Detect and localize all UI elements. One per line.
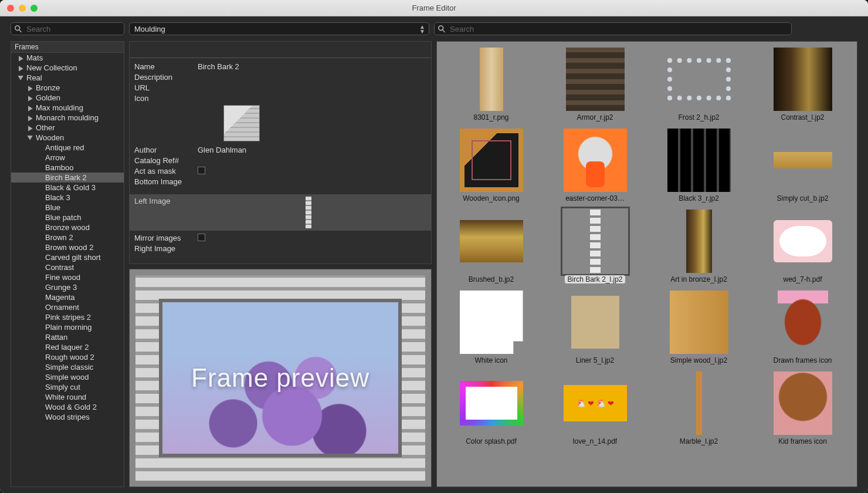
tree-item[interactable]: Brown wood 2 xyxy=(11,242,124,252)
tree-item-label: Bronze wood xyxy=(45,223,90,232)
thumbnail-label: Contrast_l.jp2 xyxy=(781,113,824,121)
tree-item[interactable]: Simple classic xyxy=(11,362,124,372)
tree-item[interactable]: White round xyxy=(11,392,124,402)
tree-item[interactable]: ▶Monarch moulding xyxy=(11,113,124,123)
gallery-item[interactable]: Contrast_l.jp2 xyxy=(752,45,853,124)
gallery-item[interactable]: Birch Bark 2_l.jp2 xyxy=(544,207,646,286)
gallery[interactable]: 8301_r.pngArmor_r.jp2Frost 2_h.jp2Contra… xyxy=(436,41,857,487)
tree-item-label: Ornament xyxy=(45,303,79,312)
tree-item[interactable]: ▶New Collection xyxy=(11,63,124,73)
tree-item[interactable]: Magenta xyxy=(11,292,124,302)
gallery-item[interactable]: wed_7-h.pdf xyxy=(752,207,853,286)
tree-item[interactable]: Antique red xyxy=(11,143,124,153)
prop-mirror-checkbox[interactable] xyxy=(198,234,205,241)
prop-mirror-label: Mirror images xyxy=(134,234,198,242)
prop-rightimage-label: Right Image xyxy=(134,244,198,253)
gallery-item[interactable]: Art in bronze_l.jp2 xyxy=(648,207,750,286)
search-frames-input[interactable] xyxy=(11,22,124,35)
tree-caret-icon[interactable]: ▶ xyxy=(28,104,33,112)
gallery-item[interactable]: 🐔 ❤ 🐔 ❤love_n_14.pdf xyxy=(544,369,646,448)
thumbnail-image xyxy=(771,48,835,111)
prop-icon-label: Icon xyxy=(134,94,198,103)
tree-item[interactable]: ▶Mats xyxy=(11,53,124,63)
toolbar: Moulding ▲▼ xyxy=(0,16,868,41)
gallery-item[interactable]: Color splash.pdf xyxy=(440,369,542,448)
gallery-item[interactable]: easter-corner-03… xyxy=(544,126,646,205)
thumbnail-image xyxy=(771,291,835,354)
tree-caret-icon[interactable]: ▶ xyxy=(28,114,33,121)
tree-caret-icon[interactable]: ▶ xyxy=(26,135,34,141)
tree-item[interactable]: Simple wood xyxy=(11,372,124,382)
section-dropdown[interactable]: Moulding ▲▼ xyxy=(129,22,429,35)
tree-item[interactable]: ▶Bronze xyxy=(11,83,124,93)
gallery-item[interactable]: Drawn frames icon xyxy=(752,288,853,367)
gallery-item[interactable]: Simply cut_b.jp2 xyxy=(752,126,853,205)
gallery-item[interactable]: Black 3_r.jp2 xyxy=(648,126,750,205)
tree-item[interactable]: ▶Max moulding xyxy=(11,103,124,113)
thumbnail-label: Simply cut_b.jp2 xyxy=(777,194,828,202)
tree-item[interactable]: Arrow xyxy=(11,153,124,163)
gallery-item[interactable]: Marble_l.jp2 xyxy=(648,369,750,448)
tree-item[interactable]: Brown 2 xyxy=(11,232,124,242)
tree-item[interactable]: Black 3 xyxy=(11,193,124,202)
tree-item[interactable]: Birch Bark 2 xyxy=(11,173,124,183)
tree-caret-icon[interactable]: ▶ xyxy=(28,84,33,92)
gallery-item[interactable]: Kid frames icon xyxy=(752,369,853,448)
tree-item[interactable]: Rattan xyxy=(11,332,124,342)
tree-item-label: Black 3 xyxy=(45,193,70,202)
gallery-item[interactable]: Armor_r.jp2 xyxy=(544,45,646,124)
frames-tree[interactable]: ▶Mats▶New Collection▶Real▶Bronze▶Golden▶… xyxy=(11,53,124,487)
tree-caret-icon[interactable]: ▶ xyxy=(17,75,25,81)
tree-item[interactable]: Wood stripes xyxy=(11,412,124,422)
tree-item[interactable]: Blue patch xyxy=(11,212,124,222)
tree-item[interactable]: Contrast xyxy=(11,262,124,272)
prop-leftimage-row[interactable]: Left Image xyxy=(130,194,431,231)
tree-item[interactable]: Rough wood 2 xyxy=(11,352,124,362)
tree-item[interactable]: ▶Other xyxy=(11,123,124,133)
thumbnail-image xyxy=(564,210,627,273)
tree-item[interactable]: Ornament xyxy=(11,302,124,312)
thumbnail-image xyxy=(460,129,523,192)
tree-caret-icon[interactable]: ▶ xyxy=(18,64,24,72)
gallery-item[interactable]: 8301_r.png xyxy=(440,45,542,124)
thumbnail-label: Brushed_b.jp2 xyxy=(469,275,514,283)
search-gallery-input[interactable] xyxy=(434,22,792,35)
tree-caret-icon[interactable]: ▶ xyxy=(28,94,33,102)
tree-item[interactable]: Plain morning xyxy=(11,322,124,332)
tree-item[interactable]: Red laquer 2 xyxy=(11,342,124,352)
tree-item[interactable]: Fine wood xyxy=(11,272,124,282)
tree-item[interactable]: Simply cut xyxy=(11,382,124,392)
thumbnail-label: love_n_14.pdf xyxy=(573,437,617,445)
gallery-item[interactable]: White icon xyxy=(440,288,542,367)
gallery-item[interactable]: Frost 2_h.jp2 xyxy=(648,45,750,124)
tree-item[interactable]: ▶Wooden xyxy=(11,133,124,143)
tree-item[interactable]: ▶Real xyxy=(11,73,124,83)
tree-item-label: Plain morning xyxy=(45,323,92,332)
prop-author-value[interactable]: Glen Dahlman xyxy=(198,146,246,154)
window-title: Frame Editor xyxy=(0,4,868,12)
gallery-item[interactable]: Wooden_icon.png xyxy=(440,126,542,205)
tree-item[interactable]: Wood & Gold 2 xyxy=(11,402,124,412)
prop-icon-thumbnail[interactable] xyxy=(223,105,260,141)
gallery-item[interactable]: Liner 5_l.jp2 xyxy=(544,288,646,367)
prop-catalog-label: Catalog Ref# xyxy=(134,156,198,165)
prop-actasmask-label: Act as mask xyxy=(134,167,198,175)
thumbnail-label: Color splash.pdf xyxy=(466,437,517,445)
gallery-item[interactable]: Simple wood_l.jp2 xyxy=(648,288,750,367)
tree-item[interactable]: Pink stripes 2 xyxy=(11,312,124,322)
tree-item[interactable]: Grunge 3 xyxy=(11,282,124,292)
prop-actasmask-checkbox[interactable] xyxy=(198,167,205,174)
tree-item[interactable]: ▶Golden xyxy=(11,93,124,103)
gallery-item[interactable]: Brushed_b.jp2 xyxy=(440,207,542,286)
tree-caret-icon[interactable]: ▶ xyxy=(18,54,24,62)
tree-item[interactable]: Bronze wood xyxy=(11,222,124,232)
tree-item[interactable]: Blue xyxy=(11,202,124,212)
tree-item[interactable]: Black & Gold 3 xyxy=(11,183,124,193)
tree-item[interactable]: Carved gilt short xyxy=(11,252,124,262)
tree-caret-icon[interactable]: ▶ xyxy=(28,124,33,131)
thumbnail-label: Simple wood_l.jp2 xyxy=(670,356,727,364)
tree-item-label: Simple wood xyxy=(45,373,89,381)
thumbnail-label: Frost 2_h.jp2 xyxy=(678,113,719,121)
prop-name-value[interactable]: Birch Bark 2 xyxy=(198,62,239,71)
tree-item[interactable]: Bamboo xyxy=(11,163,124,173)
